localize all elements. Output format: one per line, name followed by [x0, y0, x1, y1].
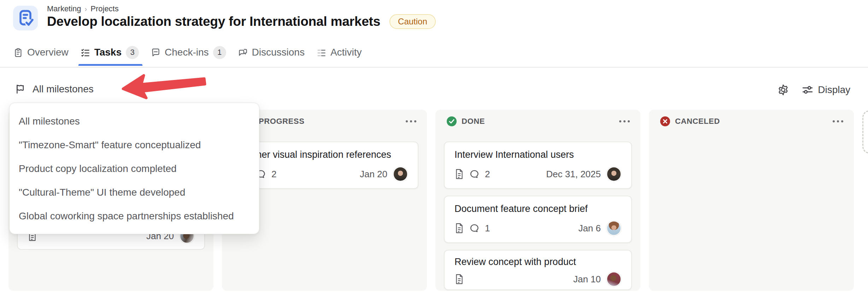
check-circle-icon: [447, 116, 457, 126]
tab-checkins[interactable]: Check-ins 1: [151, 46, 226, 59]
tab-discussions[interactable]: Discussions: [238, 47, 305, 58]
card-meta: Jan 10: [454, 272, 621, 287]
comment-icon: [151, 48, 160, 57]
due-date: Jan 10: [573, 274, 601, 285]
assignee-avatar: [606, 221, 621, 236]
document-icon: [454, 274, 464, 284]
document-icon: [454, 169, 464, 179]
cards-list: Interview International users 2 Dec 31, …: [435, 133, 640, 290]
column-menu-button[interactable]: [619, 118, 630, 125]
red-arrow-annotation: [117, 71, 212, 104]
task-card[interactable]: Document feature concept brief 1 Jan 6: [444, 196, 632, 243]
task-card[interactable]: Interview International users 2 Dec 31, …: [444, 142, 632, 189]
checklist-icon: [81, 48, 90, 57]
clipboard-icon: [13, 48, 23, 57]
gear-icon[interactable]: [777, 83, 790, 96]
clipboard-check-icon: [16, 9, 35, 27]
tab-activity[interactable]: Activity: [317, 47, 362, 58]
x-circle-icon: [660, 116, 670, 126]
card-title: Gather visual inspiration references: [241, 149, 408, 160]
assignee-avatar: [393, 167, 408, 181]
tabs-divider: [0, 67, 868, 68]
task-card[interactable]: Review concept with product Jan 10: [444, 250, 632, 290]
dropdown-item-global-coworking[interactable]: Global coworking space partnerships esta…: [10, 204, 259, 228]
comment-bubble-icon: [469, 223, 479, 233]
flag-icon: [16, 84, 26, 94]
document-icon: [454, 223, 464, 234]
milestone-filter-button[interactable]: All milestones: [16, 83, 94, 95]
comment-count: 2: [485, 169, 490, 180]
card-title: Review concept with product: [454, 256, 621, 267]
card-meta: 2 Jan 20: [241, 167, 408, 181]
tab-tasks[interactable]: Tasks 3: [81, 46, 139, 59]
column-menu-button[interactable]: [833, 118, 843, 125]
display-button[interactable]: Display: [802, 84, 850, 96]
page-title: Develop localization strategy for Intern…: [47, 14, 380, 29]
card-meta: 1 Jan 6: [454, 221, 621, 236]
status-badge[interactable]: Caution: [389, 14, 436, 29]
project-icon: [13, 6, 38, 30]
column-title: DONE: [462, 117, 485, 126]
tab-bar: Overview Tasks 3 Check-ins 1: [13, 45, 362, 60]
milestone-dropdown: All milestones "Timezone-Smart" feature …: [9, 103, 259, 234]
add-column-placeholder[interactable]: [862, 110, 868, 154]
due-date: Jan 20: [360, 169, 387, 180]
tab-activity-label: Activity: [330, 47, 362, 58]
due-date: Dec 31, 2025: [546, 169, 601, 180]
kanban-column-canceled: CANCELED: [649, 110, 854, 291]
tab-discussions-label: Discussions: [252, 47, 305, 58]
card-meta: 2 Dec 31, 2025: [454, 167, 621, 181]
comment-count: 1: [485, 223, 490, 234]
comment-bubble-icon: [469, 169, 479, 179]
display-button-label: Display: [818, 84, 850, 96]
breadcrumb-projects[interactable]: Projects: [90, 4, 118, 13]
project-page: Marketing › Projects Develop localizatio…: [0, 0, 868, 294]
activity-icon: [317, 48, 326, 57]
title-row: Develop localization strategy for Intern…: [47, 14, 436, 29]
chat-icon: [238, 48, 248, 57]
due-date: Jan 6: [578, 223, 601, 234]
tasks-count-badge: 3: [126, 46, 139, 59]
sliders-icon: [802, 84, 814, 96]
card-title: Document feature concept brief: [454, 203, 621, 214]
assignee-avatar: [606, 167, 621, 181]
tab-overview[interactable]: Overview: [13, 47, 69, 58]
column-header: CANCELED: [649, 110, 854, 133]
checkins-count-badge: 1: [213, 46, 226, 59]
breadcrumb-separator: ›: [85, 5, 87, 13]
tab-tasks-label: Tasks: [94, 47, 122, 58]
card-title: Interview International users: [454, 149, 621, 160]
kanban-column-done: DONE Interview International users 2: [435, 110, 640, 291]
dropdown-item-cultural-theme[interactable]: "Cultural-Theme" UI theme developed: [10, 180, 259, 204]
comment-count: 2: [271, 169, 276, 180]
tab-checkins-label: Check-ins: [165, 47, 209, 58]
milestone-filter-label: All milestones: [33, 83, 94, 95]
dropdown-item-timezone-smart[interactable]: "Timezone-Smart" feature conceptualized: [10, 133, 259, 157]
dropdown-item-all-milestones[interactable]: All milestones: [10, 109, 259, 133]
column-menu-button[interactable]: [406, 118, 416, 125]
column-header: DONE: [435, 110, 640, 133]
tab-overview-label: Overview: [27, 47, 69, 58]
column-title: CANCELED: [675, 117, 720, 126]
breadcrumb-marketing[interactable]: Marketing: [47, 4, 81, 13]
breadcrumb: Marketing › Projects: [47, 4, 119, 13]
toolbar-right: Display: [777, 83, 850, 96]
assignee-avatar: [606, 272, 621, 287]
dropdown-item-product-copy[interactable]: Product copy localization completed: [10, 157, 259, 180]
